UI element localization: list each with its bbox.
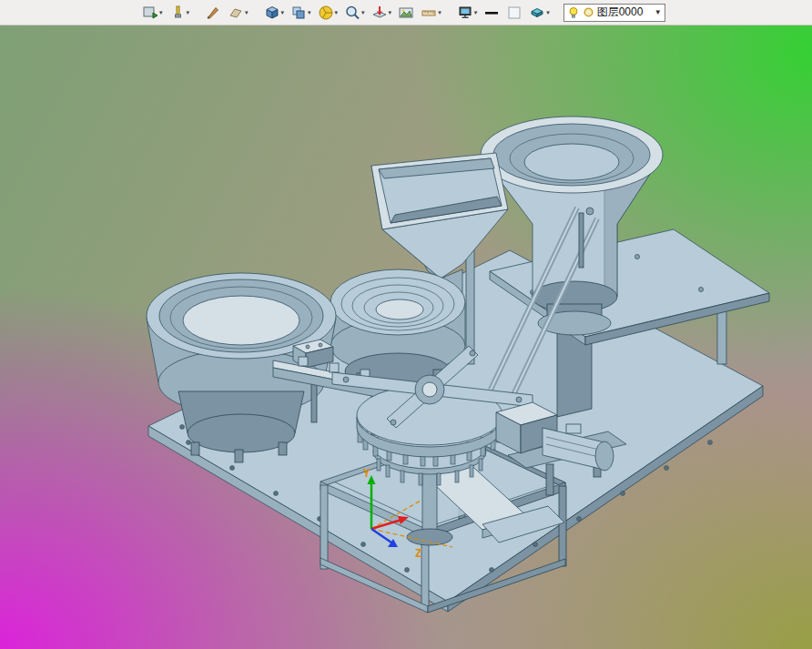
thick-line-icon xyxy=(483,5,500,21)
layer-name: 图层0000 xyxy=(597,5,650,20)
dropdown-arrow-icon: ▾ xyxy=(361,9,365,15)
dropdown-arrow-icon: ▾ xyxy=(474,9,478,15)
screen-display-button[interactable]: ▾ xyxy=(455,3,480,23)
shaded-display-button[interactable]: ▾ xyxy=(527,3,552,23)
layer-visibility-bulb-icon xyxy=(567,6,580,19)
layer-color-icon xyxy=(583,6,594,18)
blank-frame-button[interactable] xyxy=(504,3,524,23)
light-settings-icon xyxy=(169,5,186,21)
material-swatch-button[interactable]: ▾ xyxy=(226,3,250,23)
section-arrow-icon xyxy=(371,5,388,21)
dropdown-arrow-icon: ▾ xyxy=(438,9,442,15)
dropdown-arrow-icon: ▾ xyxy=(187,9,190,15)
toolbar-separator xyxy=(446,12,452,13)
layer-selector[interactable]: 图层0000 ▼ xyxy=(563,4,665,22)
zoom-tools-button[interactable]: ▾ xyxy=(342,3,367,23)
capture-output-button[interactable]: ▾ xyxy=(140,3,165,23)
render-appearance-button[interactable]: ▾ xyxy=(316,3,340,23)
model-viewport[interactable]: Y Z xyxy=(0,25,812,649)
pencil-icon xyxy=(205,5,221,21)
toolbar-separator xyxy=(253,12,259,13)
z-axis-label: Z xyxy=(415,547,421,560)
layer-dropdown-arrow-icon[interactable]: ▼ xyxy=(653,8,662,16)
dropdown-arrow-icon: ▾ xyxy=(546,9,550,15)
y-axis-label: Y xyxy=(363,467,370,480)
dropdown-arrow-icon: ▾ xyxy=(389,9,392,15)
grid-settings-button[interactable]: ▾ xyxy=(419,3,443,23)
assembly-machine-model[interactable]: Y Z xyxy=(0,25,812,649)
blank-frame-icon xyxy=(506,5,523,21)
section-view-button[interactable]: ▾ xyxy=(370,3,394,23)
dropdown-arrow-icon: ▾ xyxy=(335,9,339,15)
dropdown-arrow-icon: ▾ xyxy=(308,9,311,15)
material-swatch-icon xyxy=(228,5,244,21)
monitor-icon xyxy=(457,5,473,21)
cad-window: ▾ ▾ ▾ ▾ xyxy=(0,0,812,649)
view-toolbar: ▾ ▾ ▾ ▾ xyxy=(0,0,812,25)
dropdown-arrow-icon: ▾ xyxy=(159,9,163,15)
view-cube-icon xyxy=(264,5,280,21)
pie-sphere-icon xyxy=(318,5,334,21)
ruler-grid-icon xyxy=(421,5,437,21)
edit-appearance-button[interactable] xyxy=(203,3,223,23)
capture-output-icon xyxy=(142,5,158,21)
magnifier-icon xyxy=(344,5,360,21)
light-settings-button[interactable]: ▾ xyxy=(167,3,192,23)
view-orientation-button[interactable]: ▾ xyxy=(262,3,287,23)
toolbar-separator xyxy=(194,12,200,13)
display-style-icon xyxy=(290,5,307,21)
dropdown-arrow-icon: ▾ xyxy=(245,9,249,15)
scene-image-icon xyxy=(398,5,414,21)
dropdown-arrow-icon: ▾ xyxy=(281,9,285,15)
display-style-button[interactable]: ▾ xyxy=(289,3,313,23)
line-weight-button[interactable] xyxy=(482,3,502,23)
shaded-cube-icon xyxy=(529,5,545,21)
scene-background-button[interactable] xyxy=(396,3,416,23)
